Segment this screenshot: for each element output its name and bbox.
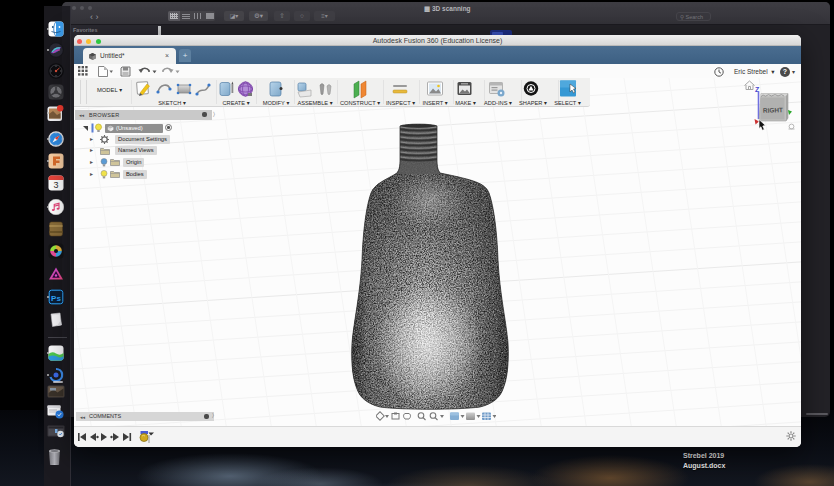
svg-text:Ps: Ps [51,294,61,303]
svg-text:Z: Z [755,86,760,93]
svg-text:3: 3 [53,180,58,190]
svg-text:RIGHT: RIGHT [763,106,783,114]
